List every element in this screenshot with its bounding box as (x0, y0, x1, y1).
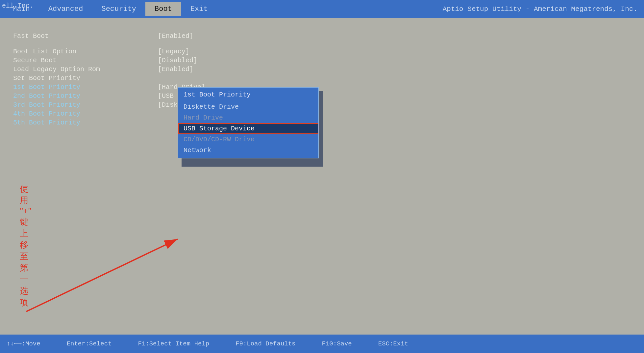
setting-secure-boot[interactable]: Secure Boot [Disabled] (13, 57, 631, 64)
tab-advanced[interactable]: Advanced (39, 2, 92, 16)
annotation-text: 使用 "+" 键上移至第一选项 (20, 183, 32, 308)
status-f9: F9:Load Defaults (235, 340, 295, 347)
3rd-boot-label: 3rd Boot Priority (13, 101, 158, 109)
setting-boot-list-option[interactable]: Boot List Option [Legacy] (13, 48, 631, 55)
2nd-boot-label: 2nd Boot Priority (13, 92, 158, 100)
setting-fast-boot: Fast Boot [Enabled] (13, 32, 631, 40)
fast-boot-value: [Enabled] (158, 32, 193, 40)
status-bar: ↑↓←→:Move Enter:Select F1:Select Item He… (0, 335, 644, 353)
secure-boot-label: Secure Boot (13, 57, 158, 64)
status-esc: ESC:Exit (378, 340, 408, 347)
annotation-arrow-svg (16, 200, 201, 318)
status-enter: Enter:Select (67, 340, 112, 347)
1st-boot-label: 1st Boot Priority (13, 83, 158, 91)
boot-priority-popup[interactable]: 1st Boot Priority Diskette Drive Hard Dr… (178, 87, 319, 158)
5th-boot-label: 5th Boot Priority (13, 119, 158, 126)
boot-list-option-value: [Legacy] (158, 48, 189, 55)
4th-boot-label: 4th Boot Priority (13, 110, 158, 118)
secure-boot-value: [Disabled] (158, 57, 197, 64)
setting-load-legacy[interactable]: Load Legacy Option Rom [Enabled] (13, 66, 631, 73)
popup-item-harddrive[interactable]: Hard Drive (178, 112, 318, 123)
fast-boot-label: Fast Boot (13, 32, 158, 40)
setting-1st-boot[interactable]: 1st Boot Priority [Hard Drive] (13, 83, 631, 91)
set-boot-priority-label: Set Boot Priority (13, 74, 158, 82)
menu-bar: Main Advanced Security Boot Exit Aptio S… (0, 0, 644, 18)
main-content: Fast Boot [Enabled] Boot List Option [Le… (0, 18, 644, 335)
popup-title: 1st Boot Priority (178, 90, 318, 100)
popup-item-network[interactable]: Network (178, 145, 318, 156)
load-legacy-label: Load Legacy Option Rom (13, 66, 158, 73)
popup-item-cddvd[interactable]: CD/DVD/CD-RW Drive (178, 134, 318, 145)
boot-list-option-label: Boot List Option (13, 48, 158, 55)
utility-title: Aptio Setup Utility - American Megatrend… (443, 5, 644, 13)
popup-box: 1st Boot Priority Diskette Drive Hard Dr… (178, 87, 319, 158)
tab-security[interactable]: Security (92, 2, 145, 16)
popup-item-usb[interactable]: USB Storage Device (178, 123, 318, 134)
svg-line-1 (26, 239, 178, 312)
tab-boot[interactable]: Boot (145, 2, 181, 16)
popup-item-diskette[interactable]: Diskette Drive (178, 101, 318, 112)
company-name: ell Inc. (2, 2, 34, 10)
load-legacy-value: [Enabled] (158, 66, 193, 73)
status-move: ↑↓←→:Move (7, 340, 40, 347)
status-f10: F10:Save (322, 340, 352, 347)
tab-exit[interactable]: Exit (181, 2, 217, 16)
status-f1: F1:Select Item Help (138, 340, 209, 347)
setting-set-boot-priority: Set Boot Priority (13, 74, 631, 82)
